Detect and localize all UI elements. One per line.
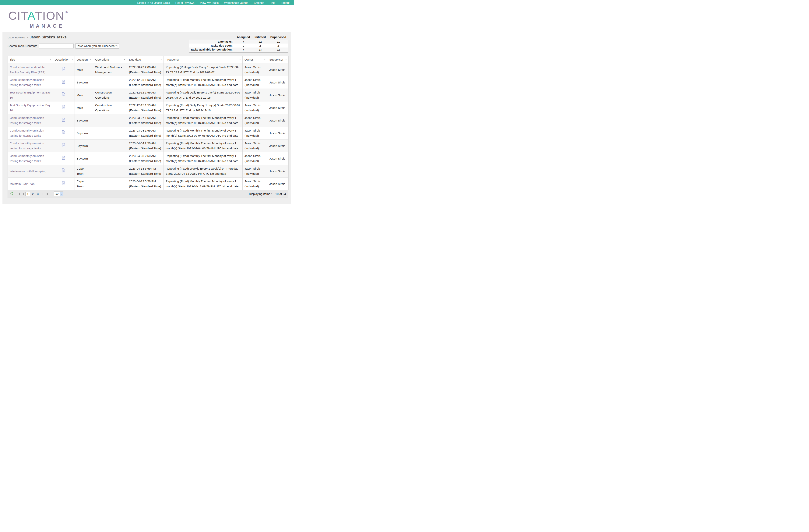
page-size-value[interactable]: 10 [54,192,60,196]
task-title-link[interactable]: Conduct monthly emission testing for sto… [10,78,44,86]
chevron-down-icon[interactable]: ▾ [60,192,63,196]
supervisor-cell: Jason Sirois [268,114,289,127]
due-date-cell: 2023-03-07 1:59 AM(Eastern Standard Time… [127,114,164,127]
description-document-icon[interactable] [62,131,65,134]
stat-value: 0 [235,44,252,48]
supervisor-cell: Jason Sirois [268,127,289,139]
pagination-bar: 1 2 3 10 ▾ Displaying items 1 - 10 of 24 [7,190,288,198]
task-title-link[interactable]: Conduct monthly emission testing for sto… [10,116,44,124]
description-document-icon[interactable] [62,92,65,96]
task-title-link[interactable]: Test Security Equipment at Bay 10 [10,91,50,99]
frequency-cell: Repeating (Fixed) Monthly The first Mond… [164,152,243,165]
task-title-link[interactable]: Conduct monthly emission testing for sto… [10,129,44,137]
task-title-link[interactable]: Conduct annual audit of the Facility Sec… [10,66,46,74]
table-row: Conduct annual audit of the Facility Sec… [8,64,289,76]
filter-icon[interactable] [285,59,287,61]
column-header-title[interactable]: Title [8,56,53,64]
operations-cell [93,76,127,89]
due-date-cell: 2022-12-12 1:59 AM(Eastern Standard Time… [127,89,164,101]
first-page-icon[interactable] [17,192,20,195]
stats-col-supervised: Supervised [268,35,288,39]
column-header-frequency[interactable]: Frequency [164,56,243,64]
task-stats-table: Assigned Initiated Supervised Late tasks… [189,35,288,53]
column-header-location[interactable]: Location [75,56,93,64]
nav-list-of-reviews[interactable]: List of Reviews [175,1,194,4]
supervisor-cell: Jason Sirois [268,89,289,101]
page-size-select[interactable]: 10 ▾ [54,191,63,196]
nav-logout[interactable]: Logout [281,1,290,4]
frequency-cell: Repeating (Rolling) Daily Every 1 day(s)… [164,64,243,76]
refresh-icon[interactable] [10,192,14,196]
description-document-icon[interactable] [62,67,65,71]
prev-page-icon[interactable] [21,192,24,195]
description-document-icon[interactable] [62,105,65,109]
operations-cell [93,165,127,177]
due-date-cell: 2022-12-08 1:59 AM(Eastern Standard Time… [127,76,164,89]
description-document-icon[interactable] [62,168,65,172]
filter-icon[interactable] [160,59,162,61]
filter-icon[interactable] [71,59,73,61]
next-page-icon[interactable] [41,192,44,195]
task-title-link[interactable]: Test Security Equipment at Bay 10 [10,104,50,112]
owner-cell: Jason Sirois (Individual) [243,165,268,177]
nav-view-my-tasks[interactable]: View My Tasks [200,1,219,4]
stat-label-late-tasks: Late tasks: [189,39,235,44]
operations-cell [93,139,127,152]
tasks-table: Title Description Location Operations Du… [7,56,289,190]
task-title-link[interactable]: Conduct monthly emission testing for sto… [10,141,44,150]
description-document-icon[interactable] [62,181,65,185]
due-date-cell: 2023-04-04 2:59 AM(Eastern Standard Time… [127,139,164,152]
nav-worksheets-queue[interactable]: Worksheets Queue [224,1,248,4]
nav-help[interactable]: Help [270,1,275,4]
description-document-icon[interactable] [62,156,65,160]
stat-label-tasks-due-soon: Tasks due soon: [189,44,235,48]
owner-cell: Jason Sirois (Individual) [243,139,268,152]
task-title-link[interactable]: Conduct monthly emission testing for sto… [10,154,44,162]
task-title-link[interactable]: Wastewater outfall sampling [10,170,46,173]
page-number-2[interactable]: 2 [31,192,35,196]
stat-value: 21 [268,39,288,44]
filter-icon[interactable] [49,59,51,61]
page-number-1[interactable]: 1 [25,192,30,196]
table-row: Test Security Equipment at Bay 10 Main C… [8,101,289,114]
breadcrumb-list-of-reviews[interactable]: List of Reviews [7,36,25,39]
filter-icon[interactable] [264,59,266,61]
column-header-owner[interactable]: Owner [243,56,268,64]
filter-icon[interactable] [124,59,126,61]
brand-header: CITATIONTM MANAGE [0,5,294,32]
location-cell: Baytown [75,76,93,89]
logo-wordmark: CITATIONTM [8,10,69,21]
due-date-cell: 2023-04-13 5:59 PM(Eastern Standard Time… [127,177,164,190]
task-title-link[interactable]: Maintain BMP Plan [10,182,35,186]
page-number-3[interactable]: 3 [36,192,40,196]
owner-cell: Jason Sirois (Individual) [243,101,268,114]
owner-cell: Jason Sirois (Individual) [243,152,268,165]
supervisor-cell: Jason Sirois [268,152,289,165]
supervisor-cell: Jason Sirois [268,101,289,114]
due-date-cell: 2023-04-13 5:59 PM(Eastern Standard Time… [127,165,164,177]
supervisor-cell: Jason Sirois [268,64,289,76]
location-cell: Main [75,101,93,114]
filter-icon[interactable] [90,59,92,61]
column-header-operations[interactable]: Operations [93,56,127,64]
column-header-description[interactable]: Description [53,56,75,64]
column-header-supervisor[interactable]: Supervisor [268,56,289,64]
operations-cell [93,177,127,190]
stat-value: 7 [235,48,252,53]
description-document-icon[interactable] [62,80,65,84]
table-row: Wastewater outfall sampling Cape Town 20… [8,165,289,177]
column-header-due-date[interactable]: Due date [127,56,164,64]
last-page-icon[interactable] [45,192,48,195]
tasks-panel: List of Reviews > Jason Sirois's Tasks S… [2,32,291,204]
filter-icon[interactable] [239,59,241,61]
frequency-cell: Repeating (Fixed) Monthly The first Mond… [164,127,243,139]
stat-value: 7 [235,39,252,44]
nav-settings[interactable]: Settings [254,1,264,4]
frequency-cell: Repeating (Fixed) Weekly Every 1 week(s)… [164,165,243,177]
description-document-icon[interactable] [62,118,65,122]
table-search-input[interactable] [39,44,74,49]
signed-in-user-link[interactable]: Jason Sirois [154,1,170,4]
description-document-icon[interactable] [62,143,65,147]
frequency-cell: Repeating (Fixed) Monthly The first Mond… [164,76,243,89]
supervisor-filter-select[interactable]: Tasks where you are Supervisor [75,43,119,49]
